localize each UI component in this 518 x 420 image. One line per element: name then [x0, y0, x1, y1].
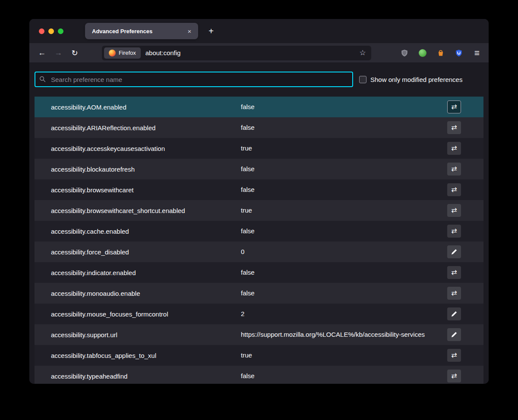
- edit-icon: [451, 249, 457, 255]
- pref-row[interactable]: accessibility.browsewithcaret_shortcut.e…: [35, 200, 483, 221]
- pref-value: false: [241, 102, 447, 112]
- bookmark-star-icon[interactable]: ☆: [357, 47, 369, 59]
- toggle-button[interactable]: ⇄: [447, 225, 461, 238]
- nav-toolbar: ← → ↻ Firefox about:config ☆: [29, 43, 489, 63]
- modified-filter: Show only modified preferences: [359, 76, 462, 83]
- show-modified-label: Show only modified preferences: [370, 76, 462, 83]
- pref-value: false: [241, 164, 447, 174]
- gray-shield-extension-icon[interactable]: [397, 46, 412, 60]
- toggle-button[interactable]: ⇄: [447, 370, 461, 382]
- search-input[interactable]: [35, 72, 353, 87]
- pref-name: accessibility.browsewithcaret: [51, 186, 232, 194]
- browser-window: Advanced Preferences × + ← → ↻ Firefox a…: [29, 19, 489, 384]
- toggle-button[interactable]: ⇄: [447, 100, 461, 113]
- pref-row[interactable]: accessibility.force_disabled 0: [35, 241, 483, 262]
- edit-icon: [451, 311, 457, 317]
- edit-button[interactable]: [447, 307, 461, 320]
- toggle-button[interactable]: ⇄: [447, 142, 461, 155]
- forward-button[interactable]: →: [50, 46, 66, 60]
- pref-value: true: [241, 144, 447, 153]
- pref-name: accessibility.monoaudio.enable: [51, 290, 232, 297]
- pref-value: false: [241, 123, 447, 132]
- tab-bar: Advanced Preferences × +: [29, 19, 489, 43]
- pref-row[interactable]: accessibility.cache.enabled false ⇄: [35, 221, 483, 241]
- tab-title: Advanced Preferences: [92, 28, 184, 34]
- pref-value: true: [241, 206, 447, 215]
- pref-value: false: [241, 185, 447, 194]
- toggle-icon: ⇄: [451, 373, 457, 379]
- pref-row[interactable]: accessibility.monoaudio.enable false ⇄: [35, 283, 483, 304]
- toggle-button[interactable]: ⇄: [447, 287, 461, 300]
- url-text[interactable]: about:config: [145, 49, 357, 56]
- pref-row[interactable]: accessibility.support.url https://suppor…: [35, 324, 483, 345]
- pref-name: accessibility.tabfocus_applies_to_xul: [51, 352, 232, 359]
- url-bar[interactable]: Firefox about:config ☆: [102, 46, 371, 60]
- pref-row[interactable]: accessibility.mouse_focuses_formcontrol …: [35, 304, 483, 324]
- tab-advanced-preferences[interactable]: Advanced Preferences ×: [85, 23, 198, 39]
- back-button[interactable]: ←: [34, 46, 50, 60]
- pref-name: accessibility.mouse_focuses_formcontrol: [51, 310, 232, 318]
- pref-name: accessibility.ARIAReflection.enabled: [51, 124, 232, 132]
- pref-value: https://support.mozilla.org/%LOCALE%/kb/…: [241, 330, 447, 339]
- edit-button[interactable]: [447, 328, 461, 341]
- pref-value: false: [241, 371, 447, 381]
- pref-row[interactable]: accessibility.blockautorefresh false ⇄: [35, 159, 483, 179]
- about-config-page: Show only modified preferences accessibi…: [29, 63, 489, 384]
- toggle-icon: ⇄: [451, 228, 457, 235]
- pref-row[interactable]: accessibility.ARIAReflection.enabled fal…: [35, 117, 483, 138]
- menu-button[interactable]: ≡: [470, 46, 484, 60]
- site-identity-chip[interactable]: Firefox: [104, 47, 141, 59]
- toggle-icon: ⇄: [451, 186, 457, 193]
- close-window-button[interactable]: [39, 28, 44, 34]
- pref-value: false: [241, 288, 447, 298]
- search-box: [35, 72, 353, 87]
- maximize-window-button[interactable]: [58, 28, 63, 34]
- reload-button[interactable]: ↻: [66, 46, 83, 60]
- toggle-button[interactable]: ⇄: [447, 121, 461, 134]
- toggle-icon: ⇄: [451, 290, 457, 297]
- close-tab-icon[interactable]: ×: [184, 26, 195, 36]
- pref-value: 0: [241, 247, 447, 257]
- toggle-icon: ⇄: [451, 166, 457, 172]
- pref-name: accessibility.browsewithcaret_shortcut.e…: [51, 207, 232, 214]
- minimize-window-button[interactable]: [48, 28, 54, 34]
- green-circle-icon: [419, 49, 426, 57]
- pref-row[interactable]: accessibility.indicator.enabled false ⇄: [35, 262, 483, 283]
- toggle-button[interactable]: ⇄: [447, 204, 461, 217]
- pref-name: accessibility.AOM.enabled: [51, 103, 232, 111]
- new-tab-button[interactable]: +: [204, 24, 218, 38]
- toggle-icon: ⇄: [451, 145, 457, 152]
- toggle-icon: ⇄: [451, 124, 457, 131]
- toggle-icon: ⇄: [451, 207, 457, 214]
- pref-row[interactable]: accessibility.typeaheadfind false ⇄: [35, 366, 483, 384]
- toggle-button[interactable]: ⇄: [447, 349, 461, 362]
- toggle-button[interactable]: ⇄: [447, 266, 461, 279]
- search-icon: [39, 76, 46, 84]
- toggle-button[interactable]: ⇄: [447, 163, 461, 176]
- pref-name: accessibility.typeaheadfind: [51, 373, 232, 380]
- extensions-area: ≡: [397, 46, 484, 60]
- green-globe-extension-icon[interactable]: [415, 46, 430, 60]
- toggle-icon: ⇄: [451, 352, 457, 359]
- pref-name: accessibility.blockautorefresh: [51, 166, 232, 173]
- pref-row[interactable]: accessibility.AOM.enabled false ⇄: [35, 97, 483, 117]
- pref-name: accessibility.indicator.enabled: [51, 269, 232, 276]
- pref-row[interactable]: accessibility.browsewithcaret false ⇄: [35, 179, 483, 200]
- pref-row[interactable]: accessibility.tabfocus_applies_to_xul tr…: [35, 345, 483, 366]
- show-modified-checkbox[interactable]: [359, 76, 366, 83]
- pref-value: false: [241, 268, 447, 277]
- edit-button[interactable]: [447, 245, 461, 258]
- firefox-logo-icon: [109, 50, 116, 56]
- search-row: Show only modified preferences: [29, 63, 489, 87]
- prefs-table: accessibility.AOM.enabled false ⇄ access…: [35, 97, 483, 384]
- toggle-button[interactable]: ⇄: [447, 183, 461, 196]
- pref-value: true: [241, 351, 447, 360]
- pref-name: accessibility.cache.enabled: [51, 228, 232, 235]
- window-controls: [39, 28, 63, 34]
- pref-value: false: [241, 226, 447, 236]
- pref-row[interactable]: accessibility.accesskeycausesactivation …: [35, 138, 483, 159]
- pref-name: accessibility.support.url: [51, 331, 232, 339]
- blue-shield-extension-icon[interactable]: [452, 46, 466, 60]
- orange-bucket-extension-icon[interactable]: [433, 46, 448, 60]
- pref-value: 2: [241, 309, 447, 319]
